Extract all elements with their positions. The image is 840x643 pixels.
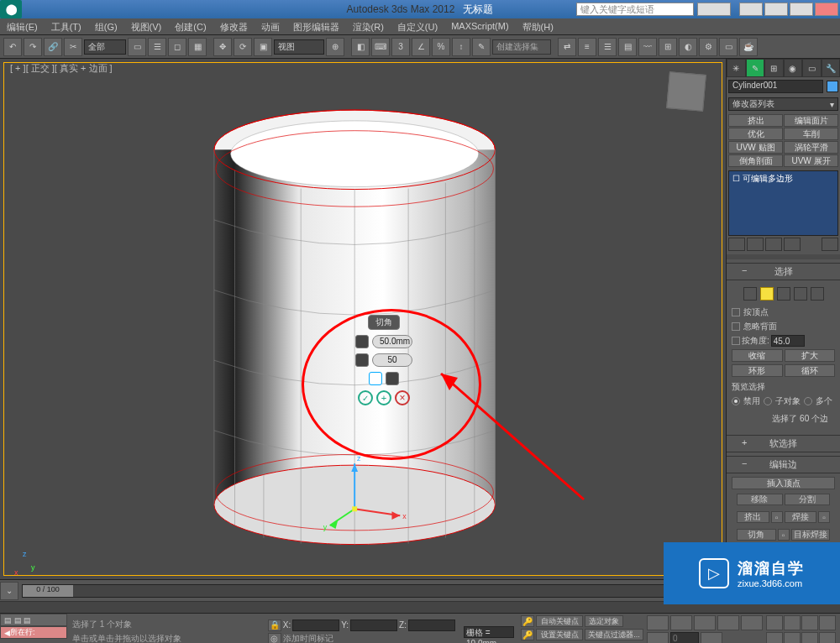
chamfer-open-icon[interactable] (369, 372, 382, 385)
chamfer-amount-input[interactable]: 50.0mm (372, 335, 412, 348)
restore-button[interactable] (790, 3, 813, 16)
app-icon[interactable]: ⬤ (0, 0, 22, 18)
menu-animation[interactable]: 动画 (255, 18, 286, 34)
fov-button[interactable] (766, 632, 783, 643)
layers-button[interactable]: ☰ (598, 38, 617, 56)
utilities-tab[interactable]: 🔧 (822, 59, 841, 77)
menu-rendering[interactable]: 渲染(R) (346, 18, 391, 34)
angle-snap-button[interactable]: ∠ (412, 38, 430, 56)
time-config-button[interactable]: ⌄ (0, 582, 18, 600)
maximize-button[interactable] (764, 3, 788, 16)
coord-z-input[interactable] (408, 619, 455, 631)
btn-uvw-map[interactable]: UVW 贴图 (728, 141, 783, 154)
btn-edit-patch[interactable]: 编辑面片 (784, 114, 838, 127)
manipulate-button[interactable]: ◧ (351, 38, 370, 56)
snap-toggle-button[interactable]: 3 (391, 38, 410, 56)
menu-group[interactable]: 组(G) (88, 18, 124, 34)
subobj-element[interactable] (811, 287, 824, 301)
configure-sets-button[interactable] (822, 238, 838, 251)
key-mode-button[interactable]: 🔑 (521, 629, 534, 640)
max-toggle-button[interactable] (819, 632, 836, 643)
preview-multi-radio[interactable] (804, 397, 812, 405)
mirror-button[interactable]: ⇄ (558, 38, 576, 56)
menu-modifiers[interactable]: 修改器 (213, 18, 255, 34)
spinner-snap-button[interactable]: ↕ (452, 38, 470, 56)
close-button[interactable] (815, 3, 838, 16)
target-weld-button[interactable]: 目标焊接 (791, 529, 831, 541)
chamfer-button[interactable]: 切角 (737, 529, 776, 541)
display-tab[interactable]: ▭ (802, 59, 822, 77)
ignore-backfacing-checkbox[interactable] (732, 322, 740, 331)
key-filters-button[interactable]: 关键点过滤器... (585, 629, 643, 640)
zoom-button[interactable] (766, 615, 783, 630)
render-button[interactable]: ☕ (739, 38, 758, 56)
object-color-swatch[interactable] (827, 81, 838, 92)
create-tab[interactable]: ✳ (727, 59, 746, 77)
grow-button[interactable]: 扩大 (785, 349, 836, 362)
btn-turbosmooth[interactable]: 涡轮平滑 (784, 141, 838, 154)
render-setup-button[interactable]: ⚙ (699, 38, 717, 56)
unlink-button[interactable]: ✂ (64, 38, 82, 56)
window-crossing-button[interactable]: ▦ (188, 38, 207, 56)
menu-maxscript[interactable]: MAXScript(M) (444, 18, 515, 34)
show-end-result-button[interactable] (747, 238, 764, 251)
preview-subobj-radio[interactable] (764, 397, 772, 405)
viewcube[interactable] (666, 71, 706, 112)
select-move-button[interactable]: ✥ (213, 38, 232, 56)
rendered-frame-button[interactable]: ▭ (719, 38, 738, 56)
btn-optimize[interactable]: 优化 (728, 128, 783, 140)
zoom-extents-all-button[interactable] (819, 615, 836, 630)
soft-selection-rollout-header[interactable]: 软选择 (727, 435, 840, 452)
make-unique-button[interactable] (765, 238, 782, 251)
menu-edit[interactable]: 编辑(E) (0, 18, 45, 34)
motion-tab[interactable]: ◉ (784, 59, 803, 77)
subobj-edge[interactable] (760, 287, 774, 301)
select-by-name-button[interactable]: ☰ (148, 38, 166, 56)
ring-button[interactable]: 环形 (732, 364, 783, 377)
now-at-button[interactable]: ◀ 所在行: (0, 626, 67, 639)
btn-uvw-unwrap[interactable]: UVW 展开 (784, 154, 838, 167)
set-key-key-button[interactable]: 🔑 (521, 615, 534, 627)
edit-set-button[interactable]: ✎ (472, 38, 491, 56)
key-mode-toggle[interactable] (647, 632, 669, 643)
orbit-button[interactable] (801, 632, 818, 643)
chamfer-segments-input[interactable]: 50 (372, 353, 412, 367)
minimize-button[interactable] (739, 3, 763, 16)
link-button[interactable]: 🔗 (44, 38, 62, 56)
menu-help[interactable]: 帮助(H) (516, 18, 560, 34)
menu-graph-editors[interactable]: 图形编辑器 (286, 18, 346, 34)
subobj-polygon[interactable] (794, 287, 807, 301)
ribbon-button[interactable]: ▤ (618, 38, 637, 56)
viewport-label[interactable]: [ + ][ 正交 ][ 真实 + 边面 ] (10, 62, 113, 75)
pivot-button[interactable]: ⊕ (326, 38, 344, 56)
script-toggle-button[interactable]: ▤ ▤ ▤ (0, 614, 67, 626)
menu-views[interactable]: 视图(V) (124, 18, 169, 34)
ref-coord-dropdown[interactable]: 视图 (274, 39, 324, 55)
perspective-viewport[interactable]: z x y 切角 50.0mm 50 (3, 62, 722, 576)
coord-y-input[interactable] (350, 619, 397, 631)
btn-lathe[interactable]: 车削 (784, 128, 838, 140)
weld-button[interactable]: 焊接 (785, 511, 817, 523)
selected-dropdown[interactable]: 选定对象 (585, 615, 623, 627)
goto-start-button[interactable] (647, 615, 669, 630)
chamfer-amount-icon[interactable] (355, 335, 369, 348)
chamfer-smooth-icon[interactable] (386, 372, 399, 385)
undo-button[interactable]: ↶ (3, 38, 22, 56)
object-name-input[interactable]: Cylinder001 (728, 80, 823, 93)
help-dropdown[interactable] (697, 3, 731, 16)
selection-rollout-header[interactable]: 选择 (727, 263, 840, 280)
btn-extrude[interactable]: 挤出 (728, 114, 783, 127)
schematic-view-button[interactable]: ⊞ (659, 38, 677, 56)
select-region-button[interactable]: ◻ (168, 38, 186, 56)
chamfer-segments-icon[interactable] (355, 353, 369, 367)
pin-stack-button[interactable] (728, 238, 745, 251)
coord-x-input[interactable] (292, 619, 339, 631)
extrude-settings-button[interactable]: ▫ (771, 511, 783, 523)
time-config-button-2[interactable] (701, 632, 722, 643)
chamfer-ok-button[interactable] (358, 390, 373, 405)
remove-button[interactable]: 移除 (737, 494, 783, 505)
hierarchy-tab[interactable]: ⊞ (764, 59, 784, 77)
select-scale-button[interactable]: ▣ (254, 38, 272, 56)
chamfer-cancel-button[interactable] (395, 390, 410, 405)
by-vertex-checkbox[interactable] (732, 308, 740, 316)
